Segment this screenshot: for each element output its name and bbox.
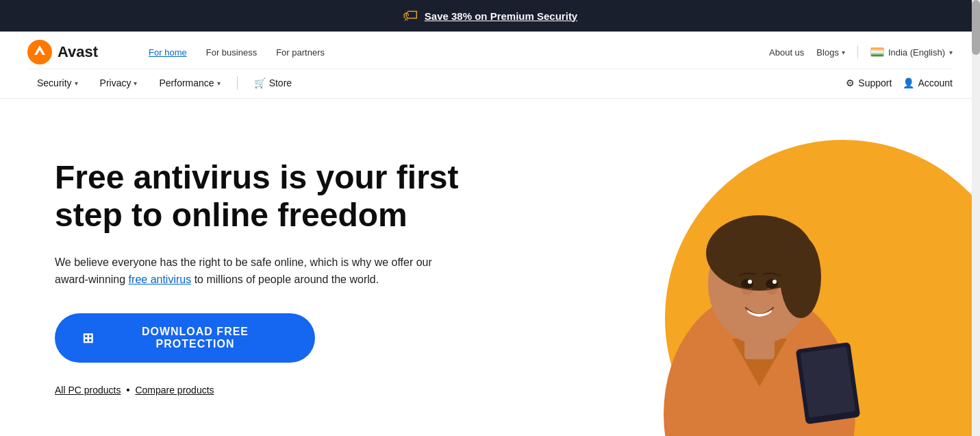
top-nav: For home For business For partners — [139, 45, 334, 60]
svg-rect-13 — [801, 347, 856, 418]
header-top: Avast For home For business For partners… — [27, 32, 953, 69]
logo-area[interactable]: Avast — [27, 40, 98, 64]
svg-point-4 — [780, 236, 821, 318]
hero-subtitle: We believe everyone has the right to be … — [55, 254, 438, 289]
account-icon: 👤 — [903, 77, 914, 88]
free-antivirus-link[interactable]: free antivirus — [129, 274, 192, 285]
hero-footer-links: All PC products • Compare products — [55, 385, 498, 396]
nav-privacy[interactable]: Privacy ▾ — [90, 73, 147, 93]
main-nav: Security ▾ Privacy ▾ Performance ▾ 🛒 Sto… — [27, 73, 301, 93]
svg-rect-15 — [744, 335, 775, 359]
header-bottom: Security ▾ Privacy ▾ Performance ▾ 🛒 Sto… — [27, 69, 953, 98]
language-selector[interactable]: India (English) ▾ — [870, 47, 953, 58]
site-header: Avast For home For business For partners… — [0, 32, 980, 99]
svg-point-9 — [748, 280, 752, 284]
svg-point-10 — [772, 280, 777, 284]
performance-chevron-icon: ▾ — [217, 80, 221, 87]
privacy-chevron-icon: ▾ — [134, 80, 137, 87]
security-chevron-icon: ▾ — [75, 80, 78, 87]
nav-separator — [237, 76, 238, 90]
dot-separator: • — [126, 385, 129, 396]
cart-icon: 🛒 — [254, 77, 266, 88]
nav-performance[interactable]: Performance ▾ — [149, 73, 229, 93]
account-link[interactable]: 👤 Account — [903, 77, 953, 88]
store-link[interactable]: 🛒 Store — [244, 73, 301, 93]
compare-products-link[interactable]: Compare products — [135, 385, 214, 396]
hero-section: Free antivirus is your first step to onl… — [0, 99, 980, 436]
top-nav-for-home[interactable]: For home — [139, 45, 197, 60]
download-button[interactable]: ⊞ DOWNLOAD FREE PROTECTION — [55, 313, 315, 363]
blogs-chevron-icon: ▾ — [842, 49, 845, 56]
promo-link[interactable]: Save 38% on Premium Security — [425, 10, 577, 22]
nav-security[interactable]: Security ▾ — [27, 73, 88, 93]
india-flag-icon — [870, 47, 884, 57]
scrollbar[interactable] — [972, 0, 980, 436]
header-right-nav: ⚙ Support 👤 Account — [846, 77, 953, 88]
hero-content: Free antivirus is your first step to onl… — [0, 99, 539, 436]
lang-chevron-icon: ▾ — [949, 49, 953, 56]
top-nav-for-partners[interactable]: For partners — [266, 45, 334, 60]
badge-icon: 🏷 — [403, 7, 418, 25]
header-divider — [857, 46, 858, 58]
promo-banner: 🏷 Save 38% on Premium Security — [0, 0, 980, 32]
support-link[interactable]: ⚙ Support — [846, 77, 892, 88]
hero-image — [539, 99, 980, 436]
all-pc-products-link[interactable]: All PC products — [55, 385, 121, 396]
header-right: About us Blogs ▾ India (English) ▾ — [769, 46, 953, 58]
blogs-link[interactable]: Blogs ▾ — [816, 47, 845, 58]
windows-icon: ⊞ — [82, 330, 95, 346]
avast-logo-icon — [27, 40, 52, 64]
svg-point-0 — [27, 40, 52, 64]
hero-title: Free antivirus is your first step to onl… — [55, 158, 466, 234]
hero-person-illustration — [588, 126, 931, 436]
scrollbar-thumb[interactable] — [972, 0, 980, 55]
support-icon: ⚙ — [846, 77, 855, 88]
logo-text: Avast — [58, 43, 98, 61]
about-us-link[interactable]: About us — [769, 47, 804, 58]
top-nav-for-business[interactable]: For business — [197, 45, 266, 60]
